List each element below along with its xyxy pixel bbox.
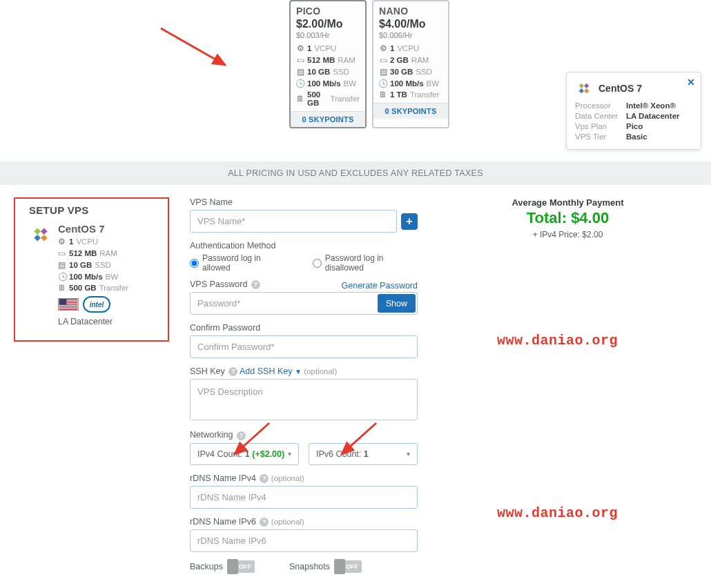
pricing-note: ALL PRICING IN USD AND EXCLUDES ANY RELA… [0,161,711,185]
cpu-icon: ⚙ [379,43,387,53]
snapshots-label: Snapshots [289,562,330,571]
plan-hourly: $0.006/Hr [379,31,442,39]
bw-icon: 🕓 [379,79,387,88]
svg-rect-13 [584,88,589,93]
auth-disallowed-radio[interactable]: Password log in disallowed [313,253,418,273]
confirm-password-input[interactable] [190,335,418,358]
svg-rect-2 [41,228,48,235]
auth-label: Authentication Method [190,241,418,251]
plan-card-pico[interactable]: PICO $2.00/Mo $0.003/Hr ⚙1 VCPU ▭512 MB … [289,0,367,128]
total-price: Total: $4.00 [438,209,697,227]
setup-panel: SETUP VPS CentOS 7 ⚙1 VCPU ▭512 MB RAM ▤… [14,197,169,342]
backups-toggle[interactable]: OFF [227,560,255,573]
close-icon[interactable]: ✕ [687,77,695,88]
generate-password-link[interactable]: Generate Password [342,281,418,291]
ssd-icon: ▤ [379,67,387,77]
setup-title: SETUP VPS [29,204,159,216]
cpu-icon: ⚙ [296,43,304,53]
ram-icon: ▭ [379,55,387,65]
auth-allowed-radio[interactable]: Password log in allowed [190,253,285,273]
svg-rect-9 [59,306,78,307]
plan-price: $2.00/Mo [296,18,360,30]
rdns-ipv6-input[interactable] [190,529,418,552]
plan-info-popup: ✕ CentOS 7 ProcessorIntel® Xeon® Data Ce… [566,72,701,150]
skypoints-badge: 0 SKYPOINTS [373,103,448,119]
plan-name: NANO [379,6,442,17]
svg-rect-10 [59,308,78,309]
bw-icon: 🕓 [296,79,304,88]
ipv6-count-dropdown[interactable]: IPv6 Count: 1▾ [309,443,418,465]
plan-card-nano[interactable]: NANO $4.00/Mo $0.006/Hr ⚙1 VCPU ▭2 GB RA… [372,0,449,128]
transfer-icon: 🗎 [58,284,66,292]
help-icon[interactable]: ? [260,518,269,527]
ssh-label: SSH Key ? Add SSH Key ▼ (optional) [190,366,418,376]
usa-flag-icon [58,298,79,311]
ipv4-addon-price: + IPv4 Price: $2.00 [438,230,697,239]
centos-icon [29,223,52,246]
rdns4-label: rDNS Name IPv4 ? (optional) [190,473,418,483]
help-icon[interactable]: ? [237,431,246,440]
vps-name-label: VPS Name [190,197,418,207]
vps-form: VPS Name + Authentication Method Passwor… [169,197,418,573]
snapshots-toggle[interactable]: OFF [334,560,362,573]
plan-hourly: $0.003/Hr [296,31,360,39]
summary-panel: Average Monthly Payment Total: $4.00 + I… [418,197,697,239]
show-password-button[interactable]: Show [378,294,416,313]
skypoints-badge: 0 SKYPOINTS [291,111,365,127]
svg-rect-8 [59,305,78,306]
ipv4-count-dropdown[interactable]: IPv4 Count: 1 (+$2.00)▾ [190,443,299,465]
ram-icon: ▭ [58,248,66,258]
watermark: www.daniao.org [497,505,618,521]
chevron-down-icon: ▾ [407,450,410,458]
svg-rect-1 [41,235,48,242]
svg-rect-11 [59,299,67,305]
bw-icon: 🕓 [58,272,66,282]
rdns6-label: rDNS Name IPv6 ? (optional) [190,517,418,527]
chevron-down-icon: ▾ [288,450,291,458]
ssd-icon: ▤ [58,260,66,270]
help-icon[interactable]: ? [251,280,260,289]
transfer-icon: 🗎 [296,95,304,103]
centos-icon [575,79,593,97]
datacenter-name: LA Datacenter [58,317,128,326]
pwd-label: VPS Password ? [190,280,260,289]
rdns-ipv4-input[interactable] [190,486,418,509]
vps-name-input[interactable] [190,210,397,233]
help-icon[interactable]: ? [228,367,237,376]
svg-rect-14 [584,84,589,88]
add-ssh-key-link[interactable]: Add SSH Key ▼ [240,366,302,376]
vps-description-input[interactable]: VPS Description [190,379,418,420]
plan-price: $4.00/Mo [379,18,442,30]
add-vps-button[interactable]: + [401,213,418,230]
watermark: www.daniao.org [497,333,618,349]
help-icon[interactable]: ? [260,474,269,483]
avg-payment-label: Average Monthly Payment [438,197,697,208]
networking-label: Networking ? [190,430,418,440]
cpu-icon: ⚙ [58,237,66,246]
plan-name: PICO [296,6,360,17]
svg-rect-0 [34,228,41,235]
transfer-icon: 🗎 [379,90,387,99]
svg-rect-3 [34,235,41,242]
confirm-pwd-label: Confirm Password [190,323,418,333]
ssd-icon: ▤ [296,67,304,77]
svg-rect-15 [579,88,584,93]
intel-badge: intel [83,296,110,313]
os-name: CentOS 7 [58,223,128,235]
ram-icon: ▭ [296,55,304,65]
popup-title: CentOS 7 [598,83,642,94]
svg-rect-12 [579,84,584,88]
backups-label: Backups [190,562,223,571]
